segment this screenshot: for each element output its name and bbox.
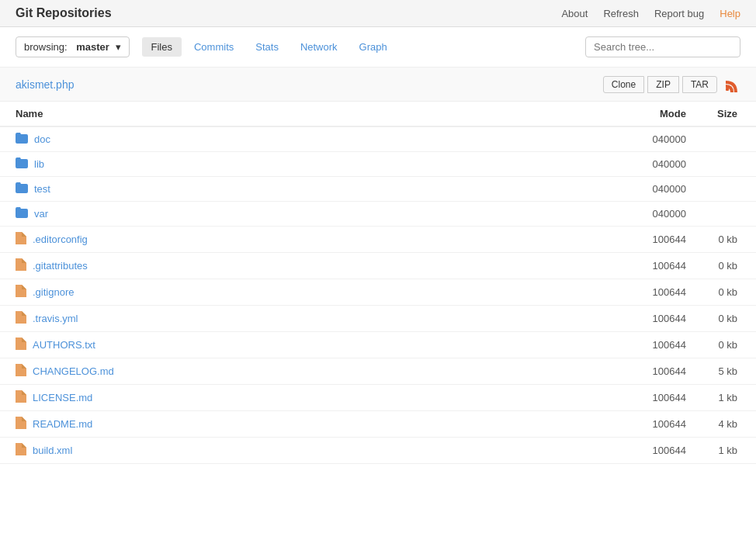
file-mode: 100644 — [637, 279, 702, 306]
file-icon — [16, 258, 26, 273]
file-icon — [16, 443, 26, 458]
file-name-link[interactable]: CHANGELOG.md — [33, 365, 114, 377]
file-name-link[interactable]: build.xml — [33, 445, 72, 456]
header: Git Repositories About Refresh Report bu… — [0, 0, 756, 27]
table-row: build.xml1006441 kb — [0, 438, 756, 464]
table-row: lib040000 — [0, 152, 756, 177]
report-bug-link[interactable]: Report bug — [654, 8, 704, 19]
table-row: .travis.yml1006440 kb — [0, 306, 756, 332]
file-size — [702, 126, 756, 152]
file-icon — [16, 285, 26, 299]
file-name-link[interactable]: .gitignore — [33, 286, 74, 298]
refresh-link[interactable]: Refresh — [603, 8, 639, 19]
branch-selector[interactable]: browsing: master ▾ — [16, 36, 130, 57]
table-row: LICENSE.md1006441 kb — [0, 385, 756, 411]
file-icon — [16, 338, 26, 352]
file-mode: 100644 — [637, 253, 702, 279]
file-size: 5 kb — [702, 358, 756, 385]
file-size: 0 kb — [702, 306, 756, 332]
folder-icon — [16, 158, 28, 171]
file-name-link[interactable]: test — [34, 183, 50, 195]
table-row: test040000 — [0, 177, 756, 202]
branch-name: master — [76, 41, 109, 53]
table-row: .gitignore1006440 kb — [0, 279, 756, 306]
search-input[interactable] — [585, 36, 740, 57]
tab-files[interactable]: Files — [142, 37, 182, 57]
table-row: doc040000 — [0, 126, 756, 152]
branch-prefix: browsing: — [24, 41, 68, 53]
file-size: 4 kb — [702, 411, 756, 438]
file-mode: 100644 — [637, 385, 702, 411]
repo-header: akismet.php Clone ZIP TAR — [0, 68, 756, 102]
rss-icon[interactable] — [725, 75, 740, 93]
tab-stats[interactable]: Stats — [246, 37, 288, 57]
file-name-link[interactable]: LICENSE.md — [33, 392, 92, 403]
file-icon — [16, 364, 26, 379]
table-row: README.md1006444 kb — [0, 411, 756, 438]
file-table: Name Mode Size doc040000lib040000test040… — [0, 102, 756, 464]
file-mode: 100644 — [637, 358, 702, 385]
table-row: var040000 — [0, 202, 756, 227]
tab-commits[interactable]: Commits — [185, 37, 243, 57]
file-name-link[interactable]: .travis.yml — [33, 313, 78, 324]
file-icon — [16, 311, 26, 326]
app-title: Git Repositories — [16, 6, 112, 20]
file-mode: 100644 — [637, 438, 702, 464]
file-size: 0 kb — [702, 332, 756, 358]
repo-actions: Clone ZIP TAR — [603, 75, 740, 93]
file-icon — [16, 417, 26, 431]
file-size: 0 kb — [702, 279, 756, 306]
about-link[interactable]: About — [561, 8, 588, 19]
file-icon — [16, 232, 26, 247]
file-list: doc040000lib040000test040000var040000.ed… — [0, 126, 756, 464]
file-mode: 100644 — [637, 411, 702, 438]
file-name-link[interactable]: README.md — [33, 418, 92, 430]
col-name: Name — [0, 102, 637, 126]
tab-network[interactable]: Network — [291, 37, 347, 57]
file-name-link[interactable]: var — [34, 208, 48, 220]
folder-icon — [16, 133, 28, 146]
table-row: CHANGELOG.md1006445 kb — [0, 358, 756, 385]
table-row: .editorconfig1006440 kb — [0, 227, 756, 253]
file-mode: 040000 — [637, 152, 702, 177]
file-name-link[interactable]: .gitattributes — [33, 260, 88, 272]
file-mode: 100644 — [637, 227, 702, 253]
toolbar: browsing: master ▾ Files Commits Stats N… — [0, 27, 756, 68]
help-link[interactable]: Help — [720, 8, 740, 19]
col-mode: Mode — [637, 102, 702, 126]
file-mode: 040000 — [637, 177, 702, 202]
tar-button[interactable]: TAR — [682, 76, 717, 93]
file-size: 1 kb — [702, 438, 756, 464]
repo-name-link[interactable]: akismet.php — [16, 78, 74, 91]
file-size — [702, 177, 756, 202]
file-name-link[interactable]: doc — [34, 133, 50, 145]
file-size — [702, 152, 756, 177]
file-name-link[interactable]: lib — [34, 158, 44, 170]
table-row: .gitattributes1006440 kb — [0, 253, 756, 279]
file-mode: 100644 — [637, 306, 702, 332]
zip-button[interactable]: ZIP — [647, 76, 679, 93]
folder-icon — [16, 182, 28, 196]
table-header: Name Mode Size — [0, 102, 756, 126]
file-icon — [16, 390, 26, 405]
folder-icon — [16, 207, 28, 220]
file-mode: 100644 — [637, 332, 702, 358]
file-name-link[interactable]: AUTHORS.txt — [33, 339, 95, 351]
file-size: 0 kb — [702, 227, 756, 253]
file-mode: 040000 — [637, 202, 702, 227]
file-name-link[interactable]: .editorconfig — [33, 234, 88, 245]
file-size: 0 kb — [702, 253, 756, 279]
file-size — [702, 202, 756, 227]
header-nav: About Refresh Report bug Help — [561, 8, 740, 19]
tab-nav: Files Commits Stats Network Graph — [142, 37, 397, 57]
tab-graph[interactable]: Graph — [350, 37, 397, 57]
file-mode: 040000 — [637, 126, 702, 152]
table-row: AUTHORS.txt1006440 kb — [0, 332, 756, 358]
clone-button[interactable]: Clone — [603, 76, 644, 93]
col-size: Size — [702, 102, 756, 126]
file-size: 1 kb — [702, 385, 756, 411]
